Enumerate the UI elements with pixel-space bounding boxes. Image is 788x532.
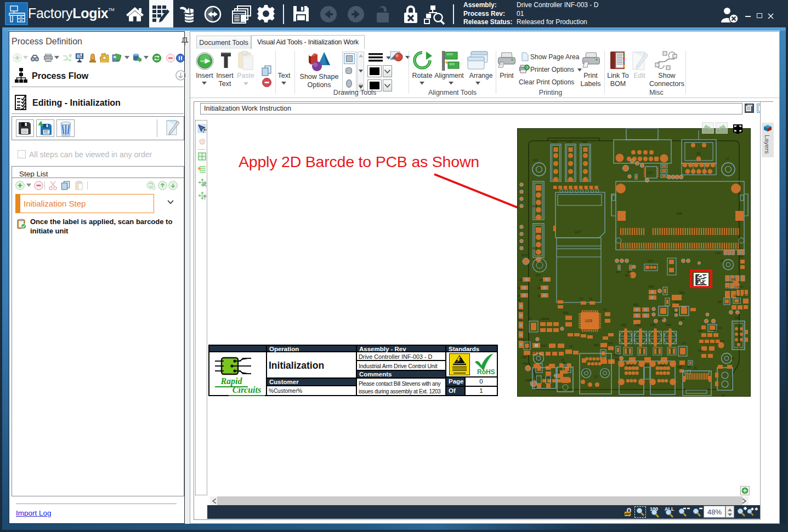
svg-text:DR2: DR2 <box>731 278 736 281</box>
svg-text:C84: C84 <box>521 356 526 359</box>
svg-text:D10: D10 <box>517 308 522 312</box>
svg-text:C69: C69 <box>665 323 671 327</box>
svg-text:LS2: LS2 <box>552 140 558 144</box>
svg-text:LS1: LS1 <box>581 140 587 144</box>
svg-text:D2: D2 <box>519 278 523 282</box>
svg-text:D8: D8 <box>718 300 722 304</box>
svg-text:J2: J2 <box>594 375 598 378</box>
svg-text:D3: D3 <box>537 294 541 298</box>
svg-text:U16: U16 <box>679 317 684 321</box>
svg-text:D7: D7 <box>523 338 526 341</box>
svg-text:R29: R29 <box>563 311 568 314</box>
svg-text:J14: J14 <box>676 211 682 215</box>
svg-text:R63: R63 <box>594 344 599 347</box>
svg-text:Q4: Q4 <box>616 270 620 273</box>
svg-text:J5: J5 <box>720 259 723 262</box>
svg-text:J9: J9 <box>731 357 734 360</box>
svg-text:C65: C65 <box>636 323 641 327</box>
svg-text:TP26: TP26 <box>719 340 724 342</box>
svg-text:R37: R37 <box>675 301 680 304</box>
svg-text:R57: R57 <box>698 330 703 333</box>
svg-text:D1: D1 <box>517 287 521 290</box>
svg-text:D11: D11 <box>517 318 522 321</box>
svg-text:D20: D20 <box>677 366 682 369</box>
svg-text:U23: U23 <box>717 326 722 329</box>
svg-text:J17: J17 <box>535 273 541 277</box>
svg-text:C9: C9 <box>603 308 606 311</box>
svg-text:J5: J5 <box>694 367 697 370</box>
svg-text:L4: L4 <box>528 317 531 320</box>
svg-text:TP27: TP27 <box>521 254 528 257</box>
svg-text:CN2: CN2 <box>716 252 721 255</box>
svg-text:J13: J13 <box>532 204 537 208</box>
svg-text:J18: J18 <box>531 351 536 354</box>
svg-text:U14: U14 <box>659 317 664 321</box>
svg-text:D9: D9 <box>517 299 521 302</box>
svg-text:J6: J6 <box>561 358 564 362</box>
svg-text:J1: J1 <box>639 395 643 397</box>
svg-text:LS3: LS3 <box>566 140 572 144</box>
svg-text:D6: D6 <box>537 287 541 290</box>
svg-text:RoHS: RoHS <box>477 368 495 375</box>
svg-text:C8: C8 <box>589 298 592 300</box>
svg-text:J7: J7 <box>725 157 729 161</box>
svg-text:R20: R20 <box>743 294 748 297</box>
svg-text:U22: U22 <box>647 171 653 174</box>
svg-text:J4: J4 <box>721 394 724 397</box>
svg-text:D12: D12 <box>517 328 522 331</box>
svg-text:U17: U17 <box>575 230 581 234</box>
svg-text:R17: R17 <box>541 344 547 347</box>
svg-text:R58: R58 <box>713 330 718 333</box>
svg-text:C61: C61 <box>698 349 703 352</box>
svg-text:R25: R25 <box>649 285 654 288</box>
svg-text:Q3: Q3 <box>687 366 691 369</box>
svg-text:U11: U11 <box>733 295 738 298</box>
svg-text:TP35: TP35 <box>625 274 631 277</box>
svg-text:Q5: Q5 <box>627 270 631 273</box>
svg-text:L11: L11 <box>682 341 686 345</box>
svg-text:R31: R31 <box>633 303 639 306</box>
svg-text:L5: L5 <box>725 287 729 290</box>
svg-text:?: ? <box>526 66 528 70</box>
svg-text:TP29: TP29 <box>523 363 529 365</box>
svg-text:J10: J10 <box>532 158 538 162</box>
svg-text:FB1: FB1 <box>614 353 619 357</box>
svg-text:D4: D4 <box>540 278 543 282</box>
svg-text:DB1: DB1 <box>679 291 685 294</box>
svg-text:J12: J12 <box>532 247 537 250</box>
svg-text:J11: J11 <box>696 152 701 155</box>
svg-text:C83: C83 <box>621 323 626 327</box>
svg-text:U19: U19 <box>648 259 653 262</box>
svg-text:D14: D14 <box>739 255 744 258</box>
svg-text:C6: C6 <box>580 298 583 300</box>
svg-text:C60C50: C60C50 <box>735 285 744 288</box>
svg-text:L6: L6 <box>569 345 572 348</box>
svg-text:SW1: SW1 <box>525 379 532 382</box>
svg-text:D13: D13 <box>517 337 522 340</box>
svg-text:D5: D5 <box>517 294 521 298</box>
svg-text:J16: J16 <box>734 316 739 319</box>
svg-text:C22: C22 <box>608 342 613 345</box>
svg-text:TP5: TP5 <box>615 358 620 361</box>
svg-text:C67: C67 <box>650 323 656 327</box>
svg-text:U15: U15 <box>585 319 592 323</box>
svg-text:C80C85: C80C85 <box>540 318 549 321</box>
